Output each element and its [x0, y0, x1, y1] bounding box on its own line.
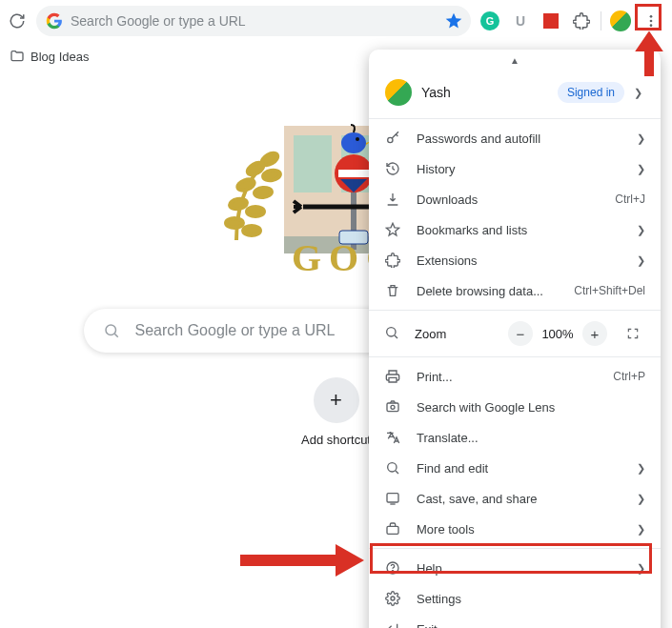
menu-item-exit[interactable]: Exit	[369, 614, 661, 628]
menu-item-extensions[interactable]: Extensions ❯	[369, 245, 661, 275]
fullscreen-button[interactable]	[621, 321, 645, 346]
omnibox-placeholder: Search Google or type a URL	[71, 13, 437, 29]
svg-rect-35	[387, 494, 398, 502]
menu-label: Extensions	[417, 253, 621, 268]
avatar-icon	[385, 79, 412, 106]
menu-label: Bookmarks and lists	[417, 223, 621, 237]
svg-point-20	[235, 177, 255, 192]
svg-point-29	[387, 327, 396, 335]
menu-item-lens[interactable]: Search with Google Lens	[369, 392, 661, 422]
menu-label: Exit	[417, 622, 645, 629]
zoom-value: 100%	[540, 327, 575, 341]
menu-label: Delete browsing data...	[417, 284, 559, 298]
exit-icon	[384, 621, 401, 628]
menu-item-help[interactable]: Help ❯	[369, 553, 661, 583]
menu-item-bookmarks[interactable]: Bookmarks and lists ❯	[369, 214, 661, 245]
annotation-arrow-right	[240, 544, 364, 577]
add-shortcut-button[interactable]: +	[314, 377, 359, 423]
menu-label: Search with Google Lens	[417, 400, 645, 415]
svg-point-1	[650, 20, 653, 23]
trash-icon	[384, 283, 401, 298]
menu-item-cast[interactable]: Cast, save, and share ❯	[369, 483, 661, 514]
svg-point-0	[650, 15, 653, 18]
bookmark-star-icon[interactable]	[444, 11, 463, 30]
svg-point-22	[229, 198, 247, 211]
chevron-right-icon: ❯	[637, 562, 645, 575]
key-icon	[384, 131, 401, 146]
svg-point-14	[356, 137, 359, 141]
help-icon	[384, 560, 401, 576]
chrome-menu-button[interactable]	[638, 8, 664, 34]
menu-scroll-up[interactable]: ▲	[369, 55, 661, 69]
svg-line-30	[395, 335, 397, 338]
omnibox[interactable]: Search Google or type a URL	[36, 6, 471, 36]
menu-item-history[interactable]: History ❯	[369, 153, 661, 184]
chevron-right-icon: ❯	[637, 132, 645, 145]
toolbox-icon	[384, 521, 401, 537]
svg-point-25	[243, 226, 260, 235]
profile-avatar[interactable]	[607, 8, 634, 34]
menu-label: Translate...	[417, 431, 645, 445]
plus-icon: +	[330, 388, 342, 413]
svg-point-33	[388, 463, 397, 472]
svg-point-32	[391, 405, 395, 409]
svg-point-13	[341, 132, 366, 153]
add-shortcut-label: Add shortcut	[301, 433, 371, 447]
chevron-right-icon: ❯	[634, 87, 642, 99]
zoom-in-button[interactable]: +	[582, 321, 607, 346]
shortcut-text: Ctrl+P	[613, 370, 645, 383]
menu-label: Passwords and autofill	[417, 132, 621, 146]
search-placeholder: Search Google or type a URL	[135, 322, 336, 339]
chevron-right-icon: ❯	[637, 523, 645, 536]
menu-item-more-tools[interactable]: More tools ❯	[369, 514, 661, 544]
chrome-menu: ▲ Yash Signed in ❯ Passwords and autofil…	[369, 50, 661, 628]
svg-point-23	[247, 207, 264, 216]
svg-rect-36	[387, 526, 398, 534]
menu-item-print[interactable]: Print... Ctrl+P	[369, 361, 661, 392]
gear-icon	[384, 591, 401, 606]
extension-red-icon[interactable]	[538, 8, 564, 34]
chevron-right-icon: ❯	[637, 254, 645, 267]
menu-item-settings[interactable]: Settings	[369, 583, 661, 614]
svg-rect-41	[240, 555, 336, 566]
add-shortcut[interactable]: + Add shortcut	[301, 377, 371, 447]
extensions-puzzle-icon[interactable]	[568, 8, 595, 34]
svg-line-34	[396, 471, 398, 474]
svg-point-38	[392, 571, 393, 572]
svg-point-21	[254, 187, 272, 198]
account-name: Yash	[421, 85, 548, 100]
menu-label: Find and edit	[417, 461, 621, 476]
cast-icon	[384, 491, 401, 506]
menu-label: Settings	[417, 592, 645, 606]
print-icon	[384, 369, 401, 384]
svg-point-39	[391, 597, 395, 600]
zoom-out-button[interactable]: −	[508, 321, 533, 346]
extension-u-icon[interactable]: U	[507, 8, 534, 34]
chevron-right-icon: ❯	[637, 224, 645, 236]
menu-item-passwords[interactable]: Passwords and autofill ❯	[369, 123, 661, 153]
menu-account-row[interactable]: Yash Signed in ❯	[378, 72, 651, 112]
browser-toolbar: Search Google or type a URL G U	[0, 0, 672, 42]
menu-label: Downloads	[417, 192, 600, 207]
svg-point-19	[262, 170, 280, 182]
chevron-right-icon: ❯	[637, 493, 645, 505]
grammarly-extension-icon[interactable]: G	[477, 8, 503, 34]
bookmark-item[interactable]: Blog Ideas	[31, 50, 89, 64]
menu-label: History	[417, 162, 621, 176]
svg-point-26	[106, 325, 116, 335]
chevron-right-icon: ❯	[637, 462, 645, 475]
menu-item-clear-data[interactable]: Delete browsing data... Ctrl+Shift+Del	[369, 275, 661, 306]
download-icon	[384, 192, 401, 207]
reload-button[interactable]	[4, 8, 31, 34]
folder-icon	[10, 49, 25, 64]
menu-item-find[interactable]: Find and edit ❯	[369, 453, 661, 483]
menu-item-downloads[interactable]: Downloads Ctrl+J	[369, 184, 661, 214]
google-g-icon	[46, 12, 63, 30]
toolbar-separator	[601, 11, 601, 30]
translate-icon	[384, 430, 401, 445]
menu-item-translate[interactable]: Translate...	[369, 422, 661, 453]
find-icon	[384, 460, 401, 476]
svg-rect-4	[294, 135, 332, 192]
menu-zoom-row: Zoom − 100% +	[369, 314, 661, 353]
search-icon	[103, 322, 120, 339]
